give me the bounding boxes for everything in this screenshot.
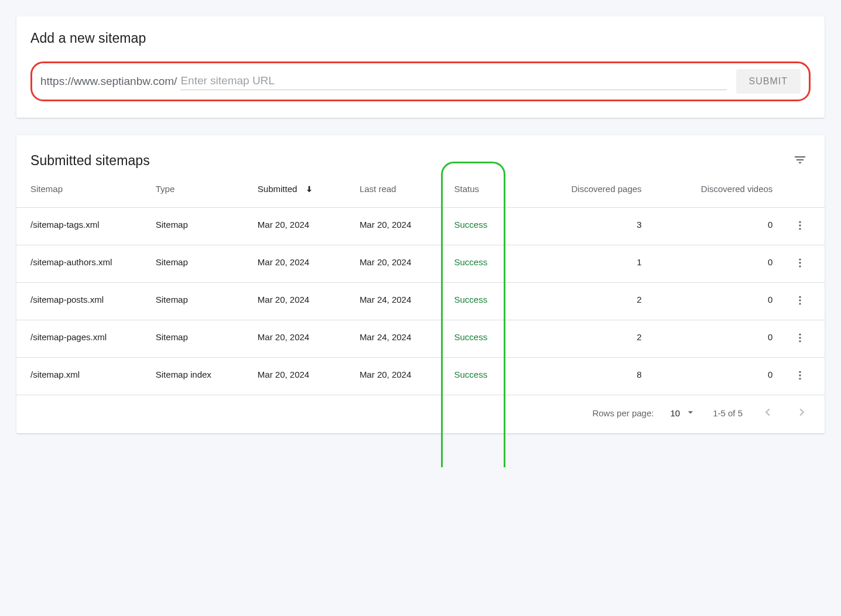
cell-last-read: Mar 20, 2024: [351, 245, 446, 282]
cell-videos: 0: [650, 282, 781, 320]
col-sitemap[interactable]: Sitemap: [16, 172, 148, 207]
svg-point-12: [799, 371, 801, 372]
svg-point-4: [799, 262, 801, 263]
cell-videos: 0: [650, 320, 781, 357]
cell-videos: 0: [650, 207, 781, 245]
cell-sitemap: /sitemap-pages.xml: [16, 320, 148, 357]
table-header-row: Sitemap Type Submitted Last read Status …: [16, 172, 825, 207]
svg-point-10: [799, 337, 801, 338]
add-sitemap-title: Add a new sitemap: [30, 30, 811, 46]
rows-per-page-value: 10: [670, 408, 680, 418]
svg-point-9: [799, 333, 801, 335]
svg-point-11: [799, 340, 801, 342]
svg-point-7: [799, 299, 801, 301]
submitted-sitemaps-card: Submitted sitemaps Sitemap Type Submitte…: [16, 135, 825, 433]
more-vert-icon: [794, 332, 806, 345]
sitemap-url-prefix: https://www.septianbw.com/: [40, 75, 177, 88]
row-menu-button[interactable]: [794, 295, 806, 308]
cell-submitted: Mar 20, 2024: [249, 282, 351, 320]
col-submitted[interactable]: Submitted: [249, 172, 351, 207]
pagination-bar: Rows per page: 10 1-5 of 5: [16, 395, 825, 433]
cell-type: Sitemap: [148, 245, 249, 282]
filter-button[interactable]: [789, 149, 811, 172]
row-menu-button[interactable]: [794, 220, 806, 233]
svg-point-6: [799, 296, 801, 297]
cell-sitemap: /sitemap-authors.xml: [16, 245, 148, 282]
cell-sitemap: /sitemap.xml: [16, 357, 148, 395]
submitted-sitemaps-title: Submitted sitemaps: [30, 153, 150, 169]
col-type[interactable]: Type: [148, 172, 249, 207]
svg-point-5: [799, 265, 801, 267]
rows-per-page-select[interactable]: 10: [670, 406, 696, 420]
status-badge: Success: [454, 369, 487, 379]
cell-pages: 1: [519, 245, 650, 282]
sitemap-url-input[interactable]: [180, 73, 726, 90]
next-page-button[interactable]: [793, 403, 811, 423]
add-sitemap-input-row: https://www.septianbw.com/ SUBMIT: [30, 61, 811, 101]
svg-point-3: [799, 258, 801, 260]
col-discovered-pages[interactable]: Discovered pages: [519, 172, 650, 207]
chevron-left-icon: [761, 410, 774, 420]
svg-point-13: [799, 374, 801, 376]
cell-pages: 3: [519, 207, 650, 245]
cell-type: Sitemap: [148, 207, 249, 245]
cell-last-read: Mar 24, 2024: [351, 320, 446, 357]
pagination-range: 1-5 of 5: [713, 408, 743, 418]
cell-submitted: Mar 20, 2024: [249, 245, 351, 282]
svg-point-14: [799, 378, 801, 379]
rows-per-page-label: Rows per page:: [592, 408, 654, 418]
table-row[interactable]: /sitemap-authors.xml Sitemap Mar 20, 202…: [16, 245, 825, 282]
table-row[interactable]: /sitemap-posts.xml Sitemap Mar 20, 2024 …: [16, 282, 825, 320]
table-row[interactable]: /sitemap-tags.xml Sitemap Mar 20, 2024 M…: [16, 207, 825, 245]
cell-last-read: Mar 20, 2024: [351, 207, 446, 245]
table-row[interactable]: /sitemap.xml Sitemap index Mar 20, 2024 …: [16, 357, 825, 395]
more-vert-icon: [794, 257, 806, 271]
status-badge: Success: [454, 257, 487, 267]
cell-sitemap: /sitemap-posts.xml: [16, 282, 148, 320]
submit-button[interactable]: SUBMIT: [736, 69, 801, 94]
sitemaps-table: Sitemap Type Submitted Last read Status …: [16, 172, 825, 395]
cell-submitted: Mar 20, 2024: [249, 357, 351, 395]
add-sitemap-card: Add a new sitemap https://www.septianbw.…: [16, 16, 825, 118]
cell-pages: 2: [519, 320, 650, 357]
col-last-read[interactable]: Last read: [351, 172, 446, 207]
col-actions: [781, 172, 825, 207]
cell-type: Sitemap: [148, 320, 249, 357]
chevron-right-icon: [795, 410, 808, 420]
filter-icon: [793, 153, 807, 169]
cell-submitted: Mar 20, 2024: [249, 207, 351, 245]
status-badge: Success: [454, 220, 487, 230]
more-vert-icon: [794, 369, 806, 383]
col-status[interactable]: Status: [446, 172, 518, 207]
dropdown-icon: [685, 406, 696, 420]
cell-pages: 2: [519, 282, 650, 320]
cell-last-read: Mar 20, 2024: [351, 357, 446, 395]
more-vert-icon: [794, 295, 806, 308]
row-menu-button[interactable]: [794, 257, 806, 271]
cell-last-read: Mar 24, 2024: [351, 282, 446, 320]
table-row[interactable]: /sitemap-pages.xml Sitemap Mar 20, 2024 …: [16, 320, 825, 357]
status-badge: Success: [454, 295, 487, 304]
cell-type: Sitemap index: [148, 357, 249, 395]
svg-point-8: [799, 303, 801, 304]
status-badge: Success: [454, 332, 487, 342]
cell-videos: 0: [650, 245, 781, 282]
cell-type: Sitemap: [148, 282, 249, 320]
row-menu-button[interactable]: [794, 332, 806, 345]
svg-point-0: [799, 221, 801, 223]
svg-point-2: [799, 228, 801, 230]
cell-sitemap: /sitemap-tags.xml: [16, 207, 148, 245]
cell-pages: 8: [519, 357, 650, 395]
svg-point-1: [799, 224, 801, 226]
row-menu-button[interactable]: [794, 369, 806, 383]
more-vert-icon: [794, 220, 806, 233]
cell-submitted: Mar 20, 2024: [249, 320, 351, 357]
cell-videos: 0: [650, 357, 781, 395]
arrow-down-icon: [305, 184, 314, 196]
prev-page-button[interactable]: [759, 403, 777, 423]
col-discovered-videos[interactable]: Discovered videos: [650, 172, 781, 207]
